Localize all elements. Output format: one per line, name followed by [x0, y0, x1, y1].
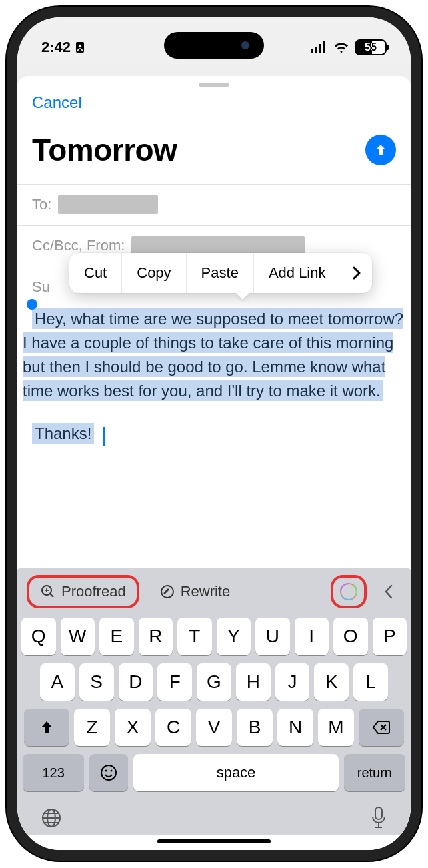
rewrite-icon: [159, 584, 175, 600]
apple-intelligence-icon: [337, 580, 360, 603]
key-f[interactable]: F: [157, 663, 192, 701]
keyboard-row-3: Z X C V B N M: [21, 709, 407, 746]
signal-icon: [311, 41, 328, 53]
key-k[interactable]: K: [314, 663, 349, 701]
svg-point-14: [111, 770, 113, 772]
compose-body[interactable]: Hey, what time are we supposed to meet t…: [17, 304, 411, 568]
magnify-check-icon: [40, 584, 56, 600]
to-label: To:: [32, 196, 51, 213]
key-shift[interactable]: [24, 709, 69, 746]
key-return[interactable]: return: [344, 754, 405, 791]
svg-point-1: [79, 45, 81, 47]
person-badge-icon: [75, 41, 85, 54]
svg-rect-17: [375, 807, 382, 819]
keyboard-row-2: A S D F G H J K L: [21, 663, 407, 701]
svg-rect-3: [315, 47, 317, 53]
keyboard-row-4: 123 space return: [21, 754, 407, 791]
compose-title: Tomorrow: [32, 132, 177, 168]
key-j[interactable]: J: [275, 663, 310, 701]
from-value-redacted: [131, 236, 305, 255]
key-n[interactable]: N: [277, 709, 313, 746]
text-caret: [103, 427, 105, 446]
writing-tools-collapse[interactable]: [376, 581, 401, 602]
key-w[interactable]: W: [61, 618, 95, 655]
svg-rect-4: [319, 44, 321, 53]
key-l[interactable]: L: [353, 663, 388, 701]
context-cut[interactable]: Cut: [69, 253, 122, 293]
ccbcc-label: Cc/Bcc, From:: [32, 237, 125, 254]
key-v[interactable]: V: [196, 709, 232, 746]
arrow-up-icon: [373, 142, 389, 158]
key-o[interactable]: O: [333, 618, 368, 655]
to-field[interactable]: To:: [17, 184, 411, 225]
key-space[interactable]: space: [133, 754, 339, 791]
wifi-icon: [333, 41, 349, 53]
key-s[interactable]: S: [79, 663, 114, 701]
rewrite-button[interactable]: Rewrite: [149, 578, 241, 606]
phone-frame: 2:42 55 Cancel Tomorrow To: Cc/Bcc, From…: [7, 7, 421, 861]
compose-sheet: Cancel Tomorrow To: Cc/Bcc, From: Su Cut…: [17, 76, 411, 850]
key-y[interactable]: Y: [217, 618, 251, 655]
context-add-link[interactable]: Add Link: [254, 253, 341, 293]
compose-header: Cancel: [17, 91, 411, 119]
keyboard: Q W E R T Y U I O P A S D F G H J K L: [17, 611, 411, 799]
key-t[interactable]: T: [177, 618, 212, 655]
sheet-drag-handle[interactable]: [199, 83, 229, 87]
key-emoji[interactable]: [89, 754, 128, 791]
status-time: 2:42: [41, 39, 71, 56]
proofread-button[interactable]: Proofread: [27, 575, 139, 608]
body-text-selected[interactable]: Hey, what time are we supposed to meet t…: [23, 308, 403, 401]
key-h[interactable]: H: [236, 663, 271, 701]
chevron-left-icon: [384, 584, 393, 600]
shift-icon: [39, 719, 55, 735]
to-value-redacted: [58, 195, 158, 214]
key-c[interactable]: C: [155, 709, 191, 746]
dynamic-island: [164, 32, 264, 59]
keyboard-row-1: Q W E R T Y U I O P: [21, 618, 407, 655]
context-more[interactable]: [341, 253, 372, 293]
home-indicator[interactable]: [157, 839, 271, 843]
globe-icon[interactable]: [40, 807, 63, 829]
delete-icon: [372, 720, 391, 735]
proofread-label: Proofread: [61, 583, 126, 600]
rewrite-label: Rewrite: [181, 583, 231, 600]
emoji-icon: [99, 763, 118, 782]
send-button[interactable]: [365, 135, 396, 165]
mic-icon[interactable]: [369, 806, 388, 830]
svg-point-13: [105, 770, 107, 772]
key-x[interactable]: X: [115, 709, 151, 746]
key-p[interactable]: P: [373, 618, 407, 655]
svg-rect-2: [311, 49, 313, 53]
svg-point-12: [101, 765, 116, 780]
key-m[interactable]: M: [318, 709, 354, 746]
battery-icon: 55: [355, 39, 387, 55]
chevron-right-icon: [352, 266, 361, 280]
key-r[interactable]: R: [139, 618, 173, 655]
key-u[interactable]: U: [255, 618, 290, 655]
key-d[interactable]: D: [119, 663, 153, 701]
key-g[interactable]: G: [197, 663, 231, 701]
writing-tools-bar: Proofread Rewrite: [17, 568, 411, 611]
body-thanks-selected[interactable]: Thanks!: [32, 423, 94, 444]
cancel-button[interactable]: Cancel: [32, 93, 82, 111]
subject-field[interactable]: Su Cut Copy Paste Add Link: [17, 266, 411, 304]
screen: 2:42 55 Cancel Tomorrow To: Cc/Bcc, From…: [17, 17, 411, 850]
keyboard-bottom-row: [17, 799, 411, 835]
key-e[interactable]: E: [99, 618, 134, 655]
key-b[interactable]: B: [237, 709, 273, 746]
svg-rect-5: [323, 41, 325, 53]
subject-label: Su: [32, 278, 50, 295]
key-z[interactable]: Z: [74, 709, 110, 746]
key-q[interactable]: Q: [21, 618, 56, 655]
key-numbers[interactable]: 123: [23, 754, 84, 791]
apple-intelligence-button[interactable]: [331, 575, 367, 608]
text-context-menu: Cut Copy Paste Add Link: [69, 253, 372, 293]
key-i[interactable]: I: [295, 618, 329, 655]
context-copy[interactable]: Copy: [122, 253, 186, 293]
context-paste[interactable]: Paste: [187, 253, 254, 293]
selection-handle-start[interactable]: [27, 299, 37, 310]
key-delete[interactable]: [359, 709, 404, 746]
key-a[interactable]: A: [40, 663, 75, 701]
